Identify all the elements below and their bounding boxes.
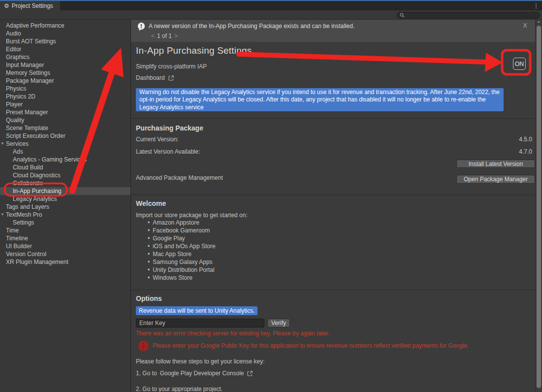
foldout-arrow-icon[interactable]: ▼ <box>0 211 4 219</box>
sidebar-item-editor[interactable]: Editor <box>0 45 130 53</box>
sidebar-list: Adaptive PerformanceAudioBurst AOT Setti… <box>0 22 130 266</box>
sidebar-item-in-app-purchasing[interactable]: In-App Purchasing <box>0 187 130 195</box>
scroll-up-icon[interactable]: ▲ <box>537 20 541 23</box>
sidebar-item-label: Scene Template <box>6 125 48 131</box>
sidebar-item-ads[interactable]: Ads <box>0 148 130 156</box>
sidebar-item-label: Graphics <box>6 54 30 61</box>
sidebar-item-legacy-analytics[interactable]: Legacy Analytics <box>0 195 130 203</box>
sidebar-item-input-manager[interactable]: Input Manager <box>0 61 130 69</box>
project-settings-window: ⚙ Project Settings ⋮ Adaptive Performanc… <box>0 0 542 392</box>
search-icon <box>400 13 405 18</box>
sidebar-item-label: Adaptive Performance <box>6 22 64 29</box>
sidebar-item-tags-and-layers[interactable]: Tags and Layers <box>0 203 130 211</box>
sidebar-item-memory-settings[interactable]: Memory Settings <box>0 69 130 77</box>
search-input[interactable] <box>397 12 540 19</box>
sidebar-item-scene-template[interactable]: Scene Template <box>0 124 130 132</box>
sidebar-item-ui-builder[interactable]: UI Builder <box>0 242 130 250</box>
external-link-icon <box>168 75 174 81</box>
sidebar-item-settings[interactable]: Settings <box>0 219 130 227</box>
latest-version-label: Latest Version Available: <box>136 148 200 155</box>
sidebar-item-label: XR Plugin Management <box>6 259 68 265</box>
dashboard-link[interactable]: Dashboard <box>136 74 174 81</box>
sidebar-item-collaborate[interactable]: Collaborate <box>0 179 130 187</box>
google-key-warning-text: Please enter your Google Public Key for … <box>153 342 532 349</box>
vertical-scrollbar[interactable]: ▲ <box>535 20 542 392</box>
welcome-heading: Welcome <box>136 199 166 207</box>
sidebar-item-version-control[interactable]: Version Control <box>0 250 130 258</box>
scrollbar-thumb[interactable] <box>537 26 541 388</box>
install-latest-version-button[interactable]: Install Latest Version <box>456 160 535 168</box>
store-name: Samsung Galaxy Apps <box>153 259 212 265</box>
sidebar-item-label: Services <box>6 140 29 147</box>
sidebar-item-quality[interactable]: Quality <box>0 116 130 124</box>
section-divider <box>131 195 535 195</box>
pager-text: 1 of 1 <box>157 33 172 39</box>
store-list: •Amazon Appstore•Facebook Gameroom•Googl… <box>148 219 216 282</box>
sidebar-item-adaptive-performance[interactable]: Adaptive Performance <box>0 22 130 30</box>
kebab-menu-icon[interactable]: ⋮ <box>532 1 540 10</box>
bullet-icon: • <box>148 235 150 242</box>
bullet-icon: • <box>148 219 150 226</box>
pager-prev-button[interactable]: < <box>151 33 155 39</box>
sidebar-item-label: Cloud Diagnostics <box>13 172 61 179</box>
store-name: Google Play <box>153 235 185 242</box>
sidebar-item-physics-2d[interactable]: Physics 2D <box>0 93 130 100</box>
sidebar-item-label: Burst AOT Settings <box>6 38 56 45</box>
sidebar-item-label: Audio <box>6 30 21 37</box>
google-key-input[interactable] <box>136 319 264 327</box>
foldout-arrow-icon[interactable]: ▼ <box>0 140 4 148</box>
store-list-item: •Amazon Appstore <box>148 219 216 227</box>
sidebar-item-xr-plugin-management[interactable]: XR Plugin Management <box>0 258 130 266</box>
gear-icon: ⚙ <box>4 3 9 9</box>
sidebar-item-label: Ads <box>13 148 23 155</box>
sidebar-item-label: Player <box>6 101 23 108</box>
open-package-manager-button[interactable]: Open Package Manager <box>456 175 535 184</box>
sidebar-item-player[interactable]: Player <box>0 100 130 108</box>
sidebar-item-physics[interactable]: Physics <box>0 85 130 93</box>
sidebar-item-label: Collaborate <box>13 180 43 187</box>
sidebar-item-services[interactable]: ▼Services <box>0 140 130 148</box>
main-panel: A newer version of the In-App Purchasing… <box>131 20 535 392</box>
google-play-console-link[interactable]: Google Play Developer Console <box>160 370 244 377</box>
latest-version-value: 4.7.0 <box>519 148 532 155</box>
sidebar-item-preset-manager[interactable]: Preset Manager <box>0 108 130 116</box>
google-key-info-icon <box>138 340 149 352</box>
tab-title: Project Settings <box>12 2 53 9</box>
step-1: 1. Go to Google Play Developer Console <box>136 370 253 377</box>
sidebar-item-cloud-build[interactable]: Cloud Build <box>0 163 130 171</box>
store-name: Mac App Store <box>153 251 191 258</box>
sidebar-item-timeline[interactable]: Timeline <box>0 234 130 242</box>
pager-next-button[interactable]: > <box>174 33 178 39</box>
sidebar-item-graphics[interactable]: Graphics <box>0 53 130 61</box>
bullet-icon: • <box>148 251 150 258</box>
legacy-analytics-warning: Warning do not disable the Legacy Analyt… <box>136 88 504 111</box>
sidebar-item-label: Preset Manager <box>6 109 48 116</box>
sidebar-item-audio[interactable]: Audio <box>0 30 130 37</box>
options-heading: Options <box>136 294 162 302</box>
sidebar-item-time[interactable]: Time <box>0 227 130 234</box>
advanced-package-management-label: Advanced Package Management <box>136 174 223 181</box>
banner-close-button[interactable]: X <box>523 22 527 29</box>
sidebar-item-cloud-diagnostics[interactable]: Cloud Diagnostics <box>0 171 130 179</box>
store-name: Amazon Appstore <box>153 219 199 226</box>
store-list-item: •iOS and tvOs App Store <box>148 242 216 250</box>
sidebar-item-label: Package Manager <box>6 77 54 84</box>
page-subtitle: Simplify cross-platform IAP <box>136 63 207 70</box>
steps-intro: Please follow these steps to get your li… <box>136 358 264 365</box>
step-1-prefix: 1. Go to <box>136 370 157 377</box>
sidebar-item-burst-aot-settings[interactable]: Burst AOT Settings <box>0 37 130 45</box>
sidebar-item-label: Version Control <box>6 251 46 258</box>
sidebar-item-label: TextMesh Pro <box>6 211 42 218</box>
store-name: Unity Distribution Portal <box>153 266 214 273</box>
sidebar-item-analytics-gaming-services[interactable]: Analytics - Gaming Services <box>0 156 130 163</box>
service-toggle-button[interactable]: ON <box>513 58 526 70</box>
purchasing-package-heading: Purchasing Package <box>136 124 203 132</box>
tab-project-settings[interactable]: ⚙ Project Settings <box>0 1 60 10</box>
section-divider <box>131 118 535 119</box>
server-error-text: There was an error checking server for e… <box>136 330 329 337</box>
sidebar-item-textmesh-pro[interactable]: ▼TextMesh Pro <box>0 211 130 219</box>
external-link-icon <box>247 370 253 377</box>
verify-key-button[interactable]: Verify <box>267 319 290 327</box>
sidebar-item-script-execution-order[interactable]: Script Execution Order <box>0 132 130 140</box>
sidebar-item-package-manager[interactable]: Package Manager <box>0 77 130 85</box>
